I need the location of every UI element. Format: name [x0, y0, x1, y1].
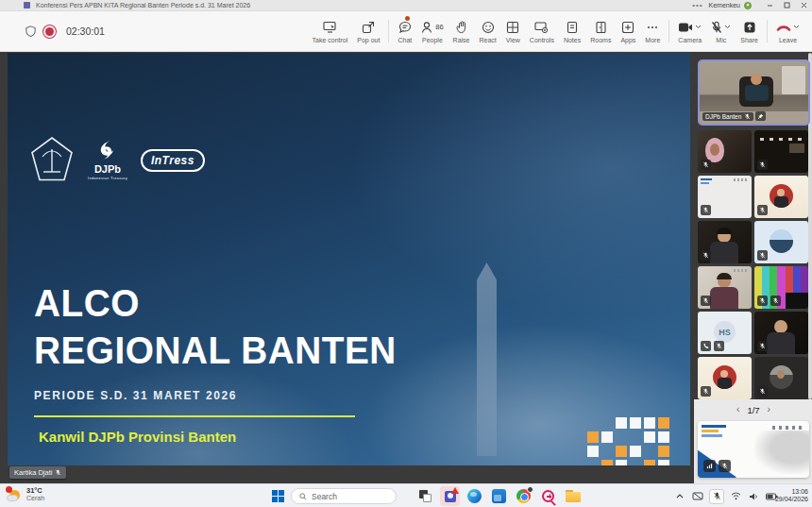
mic-muted-icon [702, 252, 709, 259]
minimize-button[interactable] [761, 0, 778, 11]
weather-widget[interactable]: 31°C Cerah [6, 486, 44, 503]
meeting-toolbar: 02:30:01 Take control Pop out [0, 11, 812, 52]
participant-tile[interactable] [754, 176, 808, 218]
mic-button[interactable]: Mic [706, 12, 736, 50]
participant-tile-color-bars[interactable] [754, 266, 808, 309]
presenter-name: Kartika Djati [14, 468, 52, 477]
account-avatar[interactable] [744, 2, 752, 9]
react-smiley-icon [482, 20, 495, 35]
leave-button[interactable]: Leave [771, 12, 804, 50]
mic-muted-icon [759, 297, 766, 304]
controls-button[interactable]: Controls [525, 12, 559, 50]
pop-out-button[interactable]: Pop out [352, 12, 384, 50]
cast-status-icon[interactable] [691, 490, 704, 503]
weather-temp: 31°C [26, 487, 44, 495]
toolbar-divider [668, 20, 669, 42]
account-name[interactable]: Kemenkeu [709, 2, 740, 8]
participant-tile[interactable] [754, 130, 808, 173]
participant-tile[interactable] [698, 221, 752, 263]
participant-tile[interactable] [754, 312, 808, 354]
leave-chevron-icon[interactable] [793, 25, 800, 29]
take-control-button[interactable]: Take control [308, 12, 353, 50]
react-button[interactable]: React [474, 12, 500, 50]
mic-chevron-icon[interactable] [724, 25, 731, 29]
taskbar-search[interactable]: Search [291, 488, 397, 504]
participant-tile[interactable] [754, 221, 808, 263]
window-titlebar: Konferensi Pers APBN KITA Regional Bante… [0, 0, 812, 11]
mic-muted-icon [759, 161, 766, 168]
tray-expand-chevron-icon[interactable] [673, 490, 686, 503]
search-placeholder: Search [312, 492, 337, 501]
chat-button[interactable]: Chat [393, 12, 416, 50]
initials-avatar: HS [714, 321, 736, 343]
slide-highlight-text: Kanwil DJPb Provinsi Banten [39, 429, 236, 445]
titlebar-more-icon[interactable]: ••• [692, 3, 702, 8]
participant-tile[interactable] [754, 357, 808, 399]
camera-button[interactable]: Camera [673, 12, 706, 50]
wifi-icon[interactable] [729, 490, 742, 503]
participant-tile[interactable] [698, 357, 752, 399]
participant-tile[interactable] [698, 176, 752, 218]
signal-icon [706, 463, 713, 469]
share-icon [743, 20, 756, 35]
clock-time: 13:06 [775, 488, 808, 496]
task-view-icon[interactable] [415, 486, 435, 506]
active-speaker-name: DJPb Banten [705, 113, 741, 120]
apps-button[interactable]: Apps [616, 12, 640, 50]
office-window [782, 66, 805, 94]
shield-icon [25, 25, 37, 38]
camera-chevron-icon[interactable] [695, 25, 702, 29]
mic-muted-icon [702, 297, 709, 304]
pagination-prev-button[interactable]: ‹ [736, 405, 739, 414]
notes-icon [567, 20, 578, 35]
tray-mic-muted-icon[interactable] [709, 489, 724, 504]
screen: Konferensi Pers APBN KITA Regional Bante… [0, 0, 812, 507]
close-button[interactable] [795, 0, 812, 11]
recording-indicator: 02:30:01 [25, 25, 105, 38]
chrome-badge [527, 486, 533, 493]
view-button[interactable]: View [501, 12, 525, 50]
speaker-icon[interactable] [747, 490, 760, 503]
take-control-icon [323, 20, 337, 35]
blue-app-icon[interactable] [489, 486, 509, 506]
weather-condition: Cerah [26, 495, 44, 502]
share-button[interactable]: Share [736, 12, 763, 50]
participant-tile[interactable]: HS [698, 312, 752, 354]
camera-icon [678, 22, 693, 33]
pagination-current: 1/7 [747, 405, 759, 415]
pagination-next-button[interactable]: › [768, 405, 770, 414]
apps-icon [621, 20, 634, 35]
presenter-name-pill[interactable]: Kartika Djati [9, 466, 66, 479]
mic-muted-icon [759, 343, 766, 349]
avatar [770, 184, 793, 208]
edge-icon[interactable] [465, 486, 484, 506]
toolbar-divider [767, 20, 768, 42]
recording-timer: 02:30:01 [66, 25, 105, 37]
djpb-logo: DJPb Indonesian Treasury [88, 139, 127, 180]
mic-muted-icon [759, 207, 766, 213]
notes-button[interactable]: Notes [559, 12, 585, 50]
toolbar-divider [388, 20, 389, 42]
teams-taskbar-icon[interactable] [440, 486, 460, 506]
windows-taskbar: 31°C Cerah Search 13:06 [0, 483, 812, 507]
chrome-icon[interactable] [514, 486, 533, 506]
active-speaker-labels: DJPb Banten [702, 111, 766, 121]
more-button[interactable]: More [640, 12, 665, 50]
participant-tile[interactable] [698, 266, 752, 309]
shared-screen-slide: DJPb Indonesian Treasury InTress ALCO RE… [8, 53, 690, 465]
active-speaker-tile[interactable]: DJPb Banten [698, 59, 810, 126]
rooms-button[interactable]: Rooms [585, 12, 616, 50]
taskbar-clock[interactable]: 13:06 29/04/2026 [775, 488, 808, 503]
raise-hand-button[interactable]: Raise [448, 12, 475, 50]
start-button[interactable] [272, 490, 284, 502]
file-explorer-icon[interactable] [563, 486, 583, 506]
active-speaker-mic-muted-icon [744, 113, 751, 120]
screen-share-preview-tile[interactable] [698, 421, 809, 478]
people-button[interactable]: 86 People [416, 12, 448, 50]
people-icon: 86 [421, 20, 443, 35]
meeting-stage: DJPb Indonesian Treasury InTress ALCO RE… [0, 52, 812, 483]
participant-tile[interactable] [698, 130, 752, 173]
maximize-button[interactable] [778, 0, 795, 11]
mic-muted-icon [716, 343, 722, 349]
magnifier-icon[interactable] [538, 486, 558, 506]
